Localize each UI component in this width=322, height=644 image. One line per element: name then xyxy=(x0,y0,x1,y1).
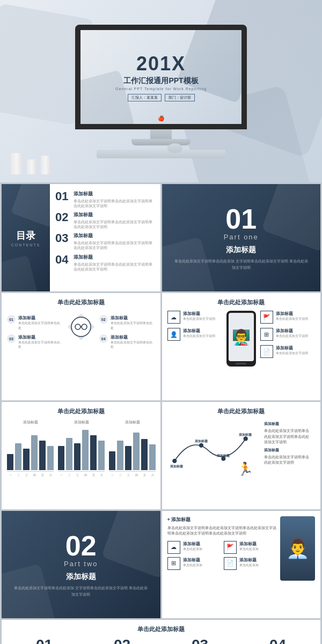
phone-mockup: 👨‍🏫 xyxy=(226,311,256,367)
part-shape-1 xyxy=(261,184,320,252)
svg-point-7 xyxy=(221,457,225,461)
bar-3-5 xyxy=(141,439,148,470)
running-figure: 🏃 xyxy=(237,462,253,477)
slide-toc: 目录 CONTENTS 01 添加标题 单击此处添加文字说明单击此处添加文字说明… xyxy=(2,184,160,291)
svg-point-8 xyxy=(243,436,247,441)
bar-2-1 xyxy=(58,446,64,470)
bar-1-1 xyxy=(7,454,13,470)
bar-2-5 xyxy=(90,435,97,470)
screen-content: 201X 工作汇报通用PPT模板 General PPT Template fo… xyxy=(115,53,207,101)
feature-item-2: 02 添加标题 单击此处添加文字说明单击此处 xyxy=(99,315,155,330)
bar-labels-1: 一 二 三 四 五 六 xyxy=(7,473,54,477)
photo-icon-4: 📄 添加标题 单击此处添加 xyxy=(224,557,277,570)
chart-3: 添加标题 一 二 三 四 五 六 xyxy=(109,420,156,477)
bar-axis-2 xyxy=(58,471,105,472)
toc-num-2: 02 xyxy=(55,211,70,223)
slide-features-1: 单击此处添加标题 01 添加标题 单击此处添加文字说明单击此处 03 添加标题 … xyxy=(2,293,160,400)
toc-item-3: 03 添加标题 单击此处添加文字说明单击此处添加文字说明单击此处添加文字说明 xyxy=(55,232,155,250)
photo-title: 添加标题 xyxy=(171,517,191,522)
charts-row: 添加标题 一 二 三 四 五 六 xyxy=(7,420,155,477)
grid-icon: ⊞ xyxy=(260,328,273,341)
bar-2-6 xyxy=(98,441,105,470)
monitor-neck xyxy=(150,129,172,139)
bar-1-3 xyxy=(23,449,30,470)
desk-item-1 xyxy=(11,153,23,174)
toc-left: 目录 CONTENTS xyxy=(2,184,50,291)
photo-icon-doc: 📄 xyxy=(224,557,237,570)
toc-item-4: 04 添加标题 单击此处添加文字说明单击此处添加文字说明单击此处添加文字说明 xyxy=(55,254,155,272)
desk-items xyxy=(11,153,50,174)
part-two-label: Part two xyxy=(64,560,98,568)
features-2-layout: ☁ 添加标题 单击此处添加文字说明 👤 添加标题 单击此处添加文字说明 � xyxy=(167,311,316,367)
photo-icon-3: ⊞ 添加标题 单击此处添加 xyxy=(167,557,221,570)
flag-icon: 🚩 xyxy=(260,311,273,324)
bar-2-3 xyxy=(74,443,80,470)
toc-text-3: 添加标题 单击此处添加文字说明单击此处添加文字说明单击此处添加文字说明 xyxy=(74,232,155,250)
toc-right: 01 添加标题 单击此处添加文字说明单击此处添加文字说明单击此处添加文字说明 0… xyxy=(50,184,160,291)
chart-2: 添加标题 一 二 三 四 五 六 xyxy=(58,420,105,477)
timeline-main: 添加标题 添加标题 添加标题 添加标题 🏃 xyxy=(170,421,259,477)
bar-chart-3 xyxy=(109,427,156,470)
desk-item-3 xyxy=(41,156,50,174)
bar-1-5 xyxy=(39,441,46,470)
part-one-subtitle: 添加标题 xyxy=(226,245,256,255)
bar-3-1 xyxy=(109,451,115,470)
feat2-right-1: 🚩 添加标题 单击此处添加文字说明 xyxy=(260,311,315,324)
charts-title: 单击此处添加标题 xyxy=(7,407,155,415)
slide-charts: 单击此处添加标题 添加标题 一 二 三 四 五 xyxy=(2,402,160,509)
bottom-item-4: 04 添加标题 单击此处添加文字说明 xyxy=(240,638,315,644)
bar-1-6 xyxy=(47,446,54,470)
part-one-num: 01 xyxy=(225,205,257,233)
toc-num-3: 03 xyxy=(55,232,70,244)
bar-1-4 xyxy=(31,435,38,470)
mouse xyxy=(167,143,182,153)
monitor: 201X 工作汇报通用PPT模板 General PPT Template fo… xyxy=(75,25,247,158)
photo-icons-row: ☁ 添加标题 单击此处添加 🚩 添加标题 单击此处添加 xyxy=(167,541,277,570)
bar-chart-1 xyxy=(7,427,54,470)
toc-shape-1 xyxy=(11,184,50,228)
bottom-item-1: 01 添加标题 单击此处添加文字说明 xyxy=(7,638,82,644)
bar-axis-3 xyxy=(109,471,156,472)
screen-title-cn: 工作汇报通用PPT模板 xyxy=(115,76,207,86)
features-right: 🚩 添加标题 单击此处添加文字说明 ⊞ 添加标题 单击此处添加文字说明 📄 xyxy=(260,311,315,358)
photo-plus-icon: + 添加标题 xyxy=(167,516,277,523)
timeline-desc: 添加标题 单击此处添加文字说明单击此处添加文字说明单击此处添加文字说明 添加标题… xyxy=(264,421,312,477)
toc-title-en: CONTENTS xyxy=(11,243,41,247)
feature-item-1: 01 添加标题 单击此处添加文字说明单击此处 xyxy=(7,315,63,330)
features-center-diagram xyxy=(65,311,97,354)
person-emoji: 👨‍💼 xyxy=(286,538,310,560)
svg-text:添加标题: 添加标题 xyxy=(239,433,252,436)
phone-person-icon: 👨‍🏫 xyxy=(232,328,251,346)
monitor-base xyxy=(131,139,191,145)
timeline-title: 单击此处添加标题 xyxy=(167,407,316,415)
photo-icon-flag: 🚩 xyxy=(224,541,237,554)
toc-num-1: 01 xyxy=(55,191,70,202)
features-2-title: 单击此处添加标题 xyxy=(167,298,316,306)
bottom-item-2: 02 添加标题 单击此处添加文字说明 xyxy=(85,638,159,644)
person-icon: 👤 xyxy=(167,328,180,341)
toc-item-1: 01 添加标题 单击此处添加文字说明单击此处添加文字说明单击此处添加文字说明 xyxy=(55,191,155,208)
part2-shape-1 xyxy=(101,511,160,579)
screen-meta-dept: 部门：设计部 xyxy=(165,94,195,101)
photo-icon-cloud: ☁ xyxy=(167,541,180,554)
bar-labels-2: 一 二 三 四 五 六 xyxy=(58,473,105,477)
bottom-item-3: 03 添加标题 单击此处添加文字说明 xyxy=(163,638,237,644)
slide-photo: + 添加标题 单击此处添加文字说明单击此处添加文字说明单击此处添加文字说明单击此… xyxy=(162,511,321,618)
slide-bottom-numbers: 单击此处添加标题 01 添加标题 单击此处添加文字说明 02 添加标题 单击此处… xyxy=(2,620,320,644)
photo-icon-grid: ⊞ xyxy=(167,557,180,570)
bar-1-2 xyxy=(15,443,21,470)
feat2-left-2: 👤 添加标题 单击此处添加文字说明 xyxy=(167,328,222,341)
part-one-label: Part one xyxy=(224,233,259,241)
part-one-desc: 单击此处添加文字说明单击此处添加 文字说明单击此处添加文字说明 单击此处添加文字… xyxy=(162,258,321,270)
screen-meta: 汇报人：某某某 部门：设计部 xyxy=(115,94,207,101)
toc-title-cn: 目录 xyxy=(16,229,35,242)
features-left: ☁ 添加标题 单击此处添加文字说明 👤 添加标题 单击此处添加文字说明 xyxy=(167,311,222,341)
bar-axis-1 xyxy=(7,471,54,472)
photo-person: 👨‍💼 xyxy=(280,516,315,581)
slide-part-one: 01 Part one 添加标题 单击此处添加文字说明单击此处添加 文字说明单击… xyxy=(162,184,321,291)
phone-screen: 👨‍🏫 xyxy=(229,313,254,361)
svg-point-6 xyxy=(199,443,203,448)
bottom-grid: 01 添加标题 单击此处添加文字说明 02 添加标题 单击此处添加文字说明 03… xyxy=(7,638,315,644)
bar-3-3 xyxy=(125,446,131,470)
apple-logo: 🍎 xyxy=(158,115,164,121)
